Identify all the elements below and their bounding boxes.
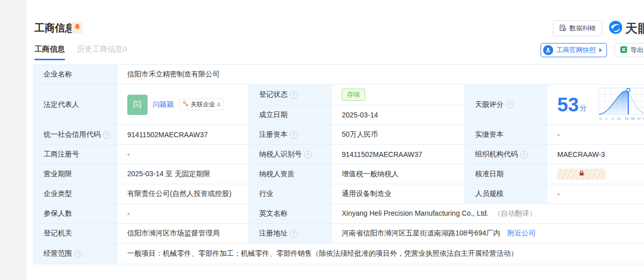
value-business-term: 2025-03-14 至 无固定期限: [117, 165, 249, 184]
value-credit-code: 91411502MAECRAAW37: [117, 125, 249, 145]
related-companies-label: 关联企业: [191, 100, 215, 109]
label-reg-address: 注册地址?: [249, 224, 332, 244]
row-reg-number: 工商注册号 - 纳税人识别号? 91411502MAECRAAW37 组织机构代…: [33, 145, 644, 165]
value-english-name: Xinyang Heli Precision Manufacturing Co.…: [332, 204, 644, 224]
label-company-name: 企业名称: [33, 65, 117, 85]
value-reg-authority: 信阳市浉河区市场监督管理局: [117, 224, 249, 244]
row-insured-count: 参保人数 - 英文名称 Xinyang Heli Precision Manuf…: [33, 204, 644, 224]
value-approval-date: [547, 165, 644, 184]
related-companies-badge[interactable]: 关联企业 4: [179, 99, 224, 110]
nearby-companies-link[interactable]: 附近公司: [508, 229, 536, 237]
value-company-name: 信阳市禾立精密制造有限公司: [117, 65, 644, 85]
label-company-type: 企业类型: [33, 184, 117, 204]
value-taxpayer-quality: 增值税一般纳税人: [332, 165, 465, 184]
value-paid-capital: -: [547, 125, 644, 145]
business-info-card: 工商信息 数据纠错: [26, 0, 644, 280]
data-correction-button[interactable]: 数据纠错: [553, 20, 602, 36]
value-establish-date: 2025-03-14: [332, 105, 465, 125]
label-english-name: 英文名称: [249, 204, 332, 224]
label-reg-number: 工商注册号: [33, 145, 117, 165]
page-title: 工商信息: [34, 21, 75, 35]
related-companies-count: 4: [217, 101, 221, 108]
svg-text:1: 1: [605, 117, 607, 121]
help-icon[interactable]: ?: [304, 151, 312, 158]
tab-history-info[interactable]: 历史工商信息0: [77, 45, 127, 60]
label-staff-size: 人员规模: [465, 184, 547, 204]
help-icon[interactable]: ?: [75, 250, 82, 258]
label-org-code: 组织机构代码?: [465, 145, 547, 165]
data-correction-label: 数据纠错: [569, 24, 596, 33]
official-snapshot-button[interactable]: 工商官网快照: [541, 43, 607, 57]
label-insured-count: 参保人数: [33, 204, 117, 224]
svg-text:3: 3: [612, 117, 614, 121]
row-reg-authority: 登记机关 信阳市浉河区市场监督管理局 注册地址? 河南省信阳市浉河区五星街道南湖…: [33, 224, 644, 244]
svg-text:50: 50: [625, 117, 629, 121]
value-insured-count: -: [117, 204, 249, 224]
tab-bar: 工商信息 历史工商信息0: [34, 45, 127, 60]
label-taxpayer-quality: 纳税人资质: [249, 165, 332, 184]
label-establish-date: 成立日期: [249, 105, 332, 125]
caret-right-icon: [599, 48, 602, 52]
help-icon[interactable]: ?: [290, 230, 298, 237]
value-company-type: 有限责任公司(自然人投资或控股): [117, 184, 249, 204]
stamp-icon: [543, 45, 553, 55]
row-credit-code: 统一社会信用代码? 91411502MAECRAAW37 注册资本? 50万人民…: [33, 125, 644, 145]
export-button[interactable]: 导出: [615, 43, 644, 57]
label-industry: 行业: [249, 184, 332, 204]
subscribe-bell-button[interactable]: [71, 22, 83, 33]
brand-logo[interactable]: 天眼查: [609, 20, 644, 36]
score-value[interactable]: 53: [557, 95, 579, 114]
row-company-type: 企业类型 有限责任公司(自然人投资或控股) 行业 通用设备制造业 人员规模 -: [33, 184, 644, 204]
label-business-scope: 经营范围?: [33, 244, 117, 264]
value-reg-number: -: [117, 145, 249, 165]
lock-icon: [579, 170, 585, 178]
score-unit: 分: [580, 104, 587, 113]
official-snapshot-label: 工商官网快照: [556, 46, 596, 55]
value-business-scope: 一般项目：机械零件、零部件加工；机械零件、零部件销售（除依法须经批准的项目外，凭…: [117, 244, 644, 264]
label-taxpayer-id: 纳税人识别号?: [249, 145, 332, 165]
tab-business-info[interactable]: 工商信息: [34, 45, 65, 60]
org-chart-icon: [183, 101, 189, 108]
label-approval-date: 核准日期: [465, 165, 547, 184]
label-paid-capital: 实缴资本: [465, 125, 547, 145]
value-tyc-score: 53 分: [547, 85, 644, 125]
excel-icon: [620, 46, 627, 55]
brand-name: 天眼查: [625, 20, 644, 36]
business-info-page: 工商信息 数据纠错: [0, 0, 644, 280]
value-reg-status: 存续: [332, 85, 465, 105]
value-industry: 通用设备制造业: [332, 184, 465, 204]
svg-text:97: 97: [637, 117, 641, 121]
status-badge: 存续: [342, 89, 365, 101]
label-legal-rep: 法定代表人: [33, 85, 117, 125]
data-correction-icon: [559, 24, 566, 33]
tianyancha-logo-icon: [609, 20, 623, 36]
value-org-code: MAECRAAW-3: [547, 145, 644, 165]
value-taxpayer-id: 91411502MAECRAAW37: [332, 145, 465, 165]
help-icon[interactable]: ?: [290, 91, 298, 99]
row-business-term: 营业期限 2025-03-14 至 无固定期限 纳税人资质 增值税一般纳税人 核…: [33, 165, 644, 184]
svg-text:85: 85: [631, 117, 635, 121]
row-company-name: 企业名称 信阳市禾立精密制造有限公司: [33, 65, 644, 85]
value-reg-capital: 50万人民币: [332, 125, 465, 145]
help-icon[interactable]: ?: [290, 131, 298, 139]
label-reg-capital: 注册资本?: [249, 125, 332, 145]
help-icon[interactable]: ?: [506, 101, 514, 108]
locked-value-chip[interactable]: [557, 169, 605, 180]
svg-text:15: 15: [617, 117, 621, 121]
legal-rep-avatar[interactable]: 闫: [127, 95, 148, 115]
score-distribution-chart[interactable]: 0 1 3 15 50 85 97 99 100: [598, 87, 644, 124]
help-icon[interactable]: ?: [103, 131, 111, 139]
label-credit-code: 统一社会信用代码?: [33, 125, 117, 145]
export-label: 导出: [630, 46, 643, 55]
label-tyc-score: 天眼评分?: [465, 85, 547, 125]
help-icon[interactable]: ?: [520, 151, 528, 158]
value-staff-size: -: [547, 184, 644, 204]
label-reg-status: 登记状态?: [249, 85, 332, 105]
row-business-scope: 经营范围? 一般项目：机械零件、零部件加工；机械零件、零部件销售（除依法须经批准…: [33, 244, 644, 264]
row-legal-rep: 法定代表人 闫 闫颖颖: [33, 85, 644, 105]
business-info-table: 企业名称 信阳市禾立精密制造有限公司 法定代表人 闫 闫颖颖: [33, 64, 644, 264]
value-reg-address: 河南省信阳市浉河区五星街道南湖路108号694厂内 附近公司: [332, 224, 644, 244]
auto-translate-note: （自动翻译）: [493, 209, 536, 217]
legal-rep-name-link[interactable]: 闫颖颖: [153, 100, 174, 109]
label-reg-authority: 登记机关: [33, 224, 117, 244]
